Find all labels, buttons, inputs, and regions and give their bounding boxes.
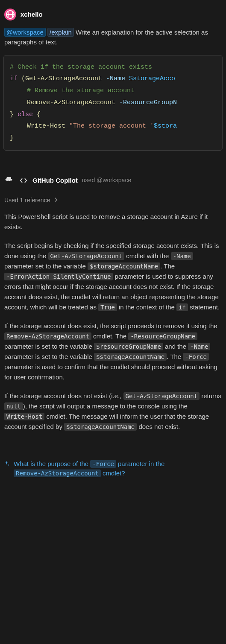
code-angle-icon	[19, 176, 28, 185]
sparkle-icon	[4, 460, 10, 470]
followup-link[interactable]: What is the purpose of the -Force parame…	[14, 459, 222, 478]
code-comment: # Check if the storage account exists	[10, 64, 152, 71]
explanation-p4: If the storage account does not exist (i…	[4, 391, 222, 432]
copilot-name: GitHub Copilot	[32, 176, 78, 186]
used-workspace-label: used @workspace	[82, 176, 131, 185]
explanation-body: This PowerShell script is used to remove…	[3, 207, 223, 442]
avatar	[4, 9, 16, 20]
username: xchello	[21, 10, 43, 20]
explanation-p3: If the storage account does exist, the s…	[4, 321, 222, 382]
svg-point-1	[8, 181, 9, 182]
explanation-p1: This PowerShell script is used to remove…	[4, 212, 222, 232]
svg-point-2	[10, 181, 12, 182]
workspace-tag[interactable]: @workspace	[4, 28, 46, 37]
chevron-right-icon	[53, 196, 59, 205]
explain-tag[interactable]: /explain	[47, 28, 74, 37]
code-variable: $storageAcco	[129, 75, 175, 82]
explanation-p2: The script begins by checking if the spe…	[4, 241, 222, 312]
followup-suggestion[interactable]: What is the purpose of the -Force parame…	[3, 442, 223, 482]
user-prompt: @workspace /explain Write an explanation…	[3, 26, 223, 52]
copilot-header: GitHub Copilot used @workspace	[3, 168, 223, 188]
references-label: Used 1 reference	[4, 196, 50, 205]
code-keyword-if: if	[10, 75, 18, 82]
code-cmdlet: Get-AzStorageAccount	[25, 75, 102, 82]
code-pill: Get-AzStorageAccount	[48, 252, 125, 260]
user-header: xchello	[3, 3, 223, 26]
copilot-icon	[4, 175, 15, 186]
code-block[interactable]: # Check if the storage account exists if…	[3, 55, 223, 151]
references-toggle[interactable]: Used 1 reference	[3, 188, 223, 207]
